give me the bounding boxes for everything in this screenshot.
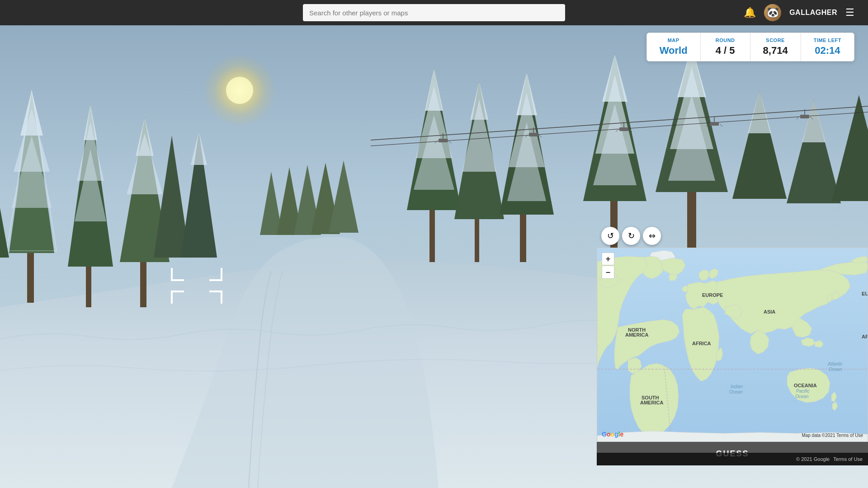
topbar-right: 🔔 🐼 GALLAGHER ☰ <box>744 4 854 21</box>
time-label: TIME LEFT <box>814 38 841 43</box>
rotate-left-button[interactable]: ↺ <box>601 227 619 245</box>
search-container <box>303 4 565 21</box>
svg-rect-67 <box>619 127 628 131</box>
svg-text:Atlantic: Atlantic <box>827 361 843 366</box>
svg-text:EU: EU <box>862 291 868 296</box>
svg-text:Ocean: Ocean <box>795 394 809 399</box>
svg-rect-4 <box>86 262 91 307</box>
svg-text:EUROPE: EUROPE <box>702 292 723 298</box>
google-letter-o2: o <box>610 431 614 438</box>
game-info-panel: MAP World ROUND 4 / 5 SCORE 8,714 TIME L… <box>646 33 854 61</box>
round-value: 4 / 5 <box>713 45 737 56</box>
google-letter-g: G <box>602 431 607 438</box>
world-map-svg: EUROPE ASIA AFRICA NORTH AMERICA SOUTH A… <box>597 248 868 442</box>
google-logo: Google <box>602 431 623 438</box>
map-value: World <box>660 45 688 56</box>
username-label: GALLAGHER <box>789 9 837 17</box>
time-value: 02:14 <box>814 45 841 56</box>
svg-text:Ocean: Ocean <box>829 367 842 372</box>
expand-button[interactable]: ⇔ <box>643 227 661 245</box>
score-value: 8,714 <box>763 45 788 56</box>
terms-link[interactable]: Terms of Use <box>833 456 863 462</box>
svg-text:AF: AF <box>862 334 868 339</box>
zoom-controls: + − <box>602 253 614 279</box>
google-letter-g2: g <box>614 431 618 438</box>
svg-rect-23 <box>475 212 479 262</box>
map-label: MAP <box>660 38 688 43</box>
map-area: ↺ ↻ ⇔ <box>597 227 868 465</box>
svg-text:OCEANIA: OCEANIA <box>794 383 817 388</box>
map-data-text: Map data ©2021 <box>802 433 835 438</box>
map-footer: Map data ©2021 Terms of Use <box>802 433 863 438</box>
notification-icon[interactable]: 🔔 <box>744 7 756 19</box>
bottom-bar: © 2021 Google Terms of Use <box>597 453 868 465</box>
menu-icon[interactable]: ☰ <box>845 7 854 19</box>
search-input[interactable] <box>303 4 565 21</box>
svg-text:AMERICA: AMERICA <box>625 332 648 338</box>
svg-rect-22 <box>429 203 435 262</box>
round-label: ROUND <box>713 38 737 43</box>
score-cell: SCORE 8,714 <box>750 33 801 61</box>
svg-text:Indian: Indian <box>731 384 743 389</box>
map-control-buttons: ↺ ↻ ⇔ <box>597 227 868 248</box>
world-map[interactable]: EUROPE ASIA AFRICA NORTH AMERICA SOUTH A… <box>597 248 868 441</box>
svg-rect-59 <box>800 115 809 118</box>
zoom-in-button[interactable]: + <box>602 253 614 265</box>
svg-rect-71 <box>529 133 538 136</box>
map-container[interactable]: EUROPE ASIA AFRICA NORTH AMERICA SOUTH A… <box>597 248 868 442</box>
map-cell: MAP World <box>647 33 701 61</box>
score-label: SCORE <box>763 38 788 43</box>
svg-text:ASIA: ASIA <box>764 309 775 314</box>
copyright-text: © 2021 Google <box>796 456 830 462</box>
svg-point-2 <box>226 77 253 104</box>
svg-rect-3 <box>27 249 34 303</box>
svg-rect-5 <box>140 258 146 307</box>
svg-text:Pacific: Pacific <box>796 389 809 394</box>
svg-text:AFRICA: AFRICA <box>692 341 711 346</box>
rotate-right-button[interactable]: ↻ <box>622 227 640 245</box>
round-cell: ROUND 4 / 5 <box>701 33 750 61</box>
zoom-out-button[interactable]: − <box>602 266 614 279</box>
terms-of-use-link[interactable]: Terms of Use <box>836 433 863 438</box>
svg-rect-75 <box>439 139 448 142</box>
svg-text:Ocean: Ocean <box>729 389 743 394</box>
svg-text:AMERICA: AMERICA <box>640 400 663 405</box>
time-cell: TIME LEFT 02:14 <box>801 33 854 61</box>
svg-rect-63 <box>710 122 719 126</box>
topbar: 🔔 🐼 GALLAGHER ☰ <box>0 0 868 25</box>
svg-rect-24 <box>520 208 526 262</box>
google-letter-e: e <box>620 431 623 438</box>
avatar-face: 🐼 <box>767 7 779 19</box>
avatar[interactable]: 🐼 <box>764 4 781 21</box>
